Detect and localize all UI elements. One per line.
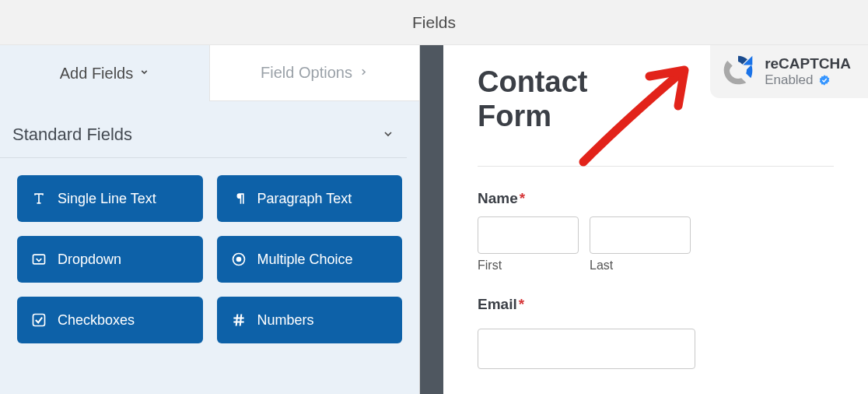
- divider: [478, 166, 834, 167]
- chevron-down-icon: [382, 125, 394, 145]
- text-icon: [31, 191, 47, 206]
- top-bar: Fields: [0, 0, 868, 45]
- field-label: Checkboxes: [58, 312, 135, 329]
- tab-field-options-label: Field Options: [261, 64, 352, 82]
- last-sublabel: Last: [590, 259, 691, 273]
- field-label: Dropdown: [58, 252, 121, 268]
- checkbox-icon: [31, 312, 47, 328]
- radio-icon: [231, 252, 247, 267]
- field-label: Multiple Choice: [257, 252, 353, 268]
- sidebar-tabs: Add Fields Field Options: [0, 45, 419, 101]
- name-label-text: Name: [478, 190, 518, 206]
- recaptcha-title: reCAPTCHA: [765, 55, 851, 72]
- required-asterisk: *: [519, 296, 524, 312]
- recaptcha-status: Enabled: [765, 72, 813, 88]
- tab-add-fields[interactable]: Add Fields: [0, 45, 209, 101]
- sidebar: Add Fields Field Options Standard Fields: [0, 45, 420, 394]
- required-asterisk: *: [520, 190, 525, 206]
- recaptcha-icon: [721, 53, 755, 90]
- field-label: Paragraph Text: [257, 191, 352, 207]
- name-label: Name*: [478, 190, 834, 207]
- recaptcha-text: reCAPTCHA Enabled: [765, 55, 851, 88]
- section-title: Standard Fields: [12, 125, 132, 145]
- field-grid: Single Line Text Paragraph Text Dropdown…: [0, 175, 419, 343]
- field-numbers[interactable]: Numbers: [217, 297, 403, 343]
- paragraph-icon: [231, 191, 247, 206]
- form-preview: reCAPTCHA Enabled Contact Form Name* Fir…: [443, 45, 868, 394]
- field-dropdown[interactable]: Dropdown: [17, 236, 203, 283]
- form-title[interactable]: Contact Form: [478, 65, 649, 133]
- svg-rect-0: [33, 255, 45, 264]
- svg-rect-3: [33, 315, 45, 326]
- name-row: First Last: [478, 216, 834, 273]
- svg-line-6: [236, 315, 237, 326]
- field-checkboxes[interactable]: Checkboxes: [17, 297, 203, 343]
- svg-point-2: [236, 257, 241, 262]
- chevron-right-icon: [359, 67, 369, 79]
- field-label: Single Line Text: [58, 191, 156, 207]
- last-name-input[interactable]: [590, 216, 691, 254]
- field-multiple-choice[interactable]: Multiple Choice: [217, 236, 403, 283]
- section-header-standard-fields[interactable]: Standard Fields: [0, 101, 407, 158]
- recaptcha-badge[interactable]: reCAPTCHA Enabled: [710, 45, 868, 98]
- tab-field-options[interactable]: Field Options: [209, 45, 419, 101]
- first-sublabel: First: [478, 259, 579, 273]
- hash-icon: [231, 312, 247, 328]
- field-label: Numbers: [257, 312, 314, 329]
- dropdown-icon: [31, 252, 47, 267]
- verified-icon: [818, 74, 831, 86]
- tab-add-fields-label: Add Fields: [60, 65, 134, 83]
- first-name-input[interactable]: [478, 216, 579, 254]
- chevron-down-icon: [139, 67, 149, 79]
- top-bar-title: Fields: [412, 13, 456, 32]
- email-label-text: Email: [478, 296, 517, 312]
- field-paragraph-text[interactable]: Paragraph Text: [217, 175, 403, 222]
- gutter: [420, 45, 443, 394]
- email-label: Email*: [478, 296, 834, 313]
- email-input[interactable]: [478, 329, 695, 369]
- svg-line-7: [240, 315, 241, 326]
- main: Add Fields Field Options Standard Fields: [0, 45, 868, 394]
- field-single-line-text[interactable]: Single Line Text: [17, 175, 203, 222]
